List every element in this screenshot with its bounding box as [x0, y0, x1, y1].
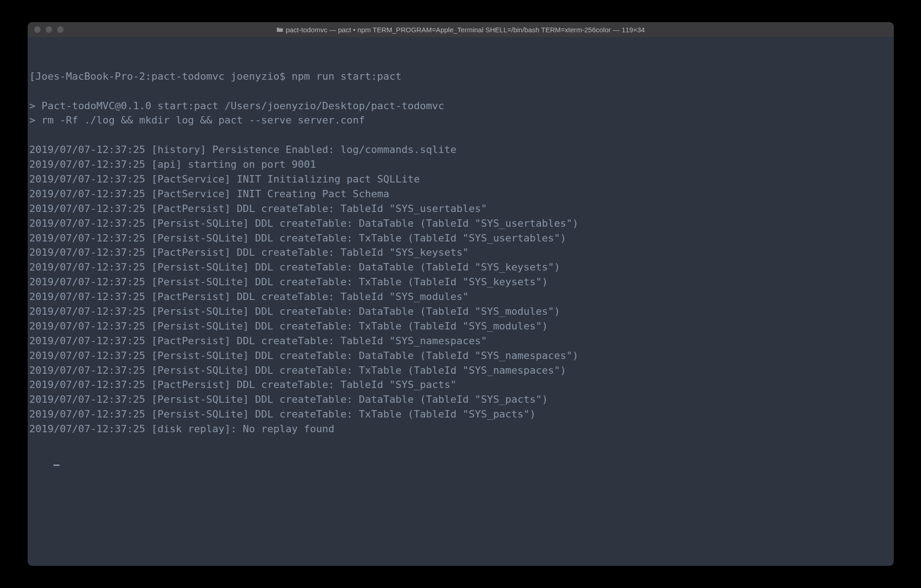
terminal-line: 2019/07/07-12:37:25 [Persist-SQLite] DDL… — [29, 392, 892, 407]
folder-icon — [276, 27, 283, 32]
terminal-line: 2019/07/07-12:37:25 [PactService] INIT C… — [29, 187, 892, 201]
close-button[interactable] — [34, 26, 41, 33]
maximize-button[interactable] — [57, 26, 64, 33]
terminal-line: > rm -Rf ./log && mkdir log && pact --se… — [29, 113, 892, 128]
terminal-line: 2019/07/07-12:37:25 [disk replay]: No re… — [29, 422, 892, 436]
terminal-line: 2019/07/07-12:37:25 [api] starting on po… — [29, 157, 892, 172]
window-title: pact-todomvc — pact • npm TERM_PROGRAM=A… — [276, 26, 645, 34]
terminal-line: 2019/07/07-12:37:25 [Persist-SQLite] DDL… — [29, 260, 892, 275]
minimize-button[interactable] — [46, 26, 52, 33]
terminal-line — [29, 84, 892, 99]
terminal-line: 2019/07/07-12:37:25 [Persist-SQLite] DDL… — [29, 363, 892, 378]
terminal-line: 2019/07/07-12:37:25 [PactPersist] DDL cr… — [29, 289, 892, 304]
terminal-line: 2019/07/07-12:37:25 [PactPersist] DDL cr… — [29, 377, 892, 392]
window-title-text: pact-todomvc — pact • npm TERM_PROGRAM=A… — [286, 26, 645, 34]
terminal-line: 2019/07/07-12:37:25 [Persist-SQLite] DDL… — [29, 231, 892, 246]
traffic-lights — [34, 26, 64, 33]
terminal-line: 2019/07/07-12:37:25 [PactPersist] DDL cr… — [29, 245, 892, 260]
terminal-line: 2019/07/07-12:37:25 [Persist-SQLite] DDL… — [29, 348, 892, 363]
terminal-line: 2019/07/07-12:37:25 [PactPersist] DDL cr… — [29, 201, 892, 216]
terminal-line: [Joes-MacBook-Pro-2:pact-todomvc joenyzi… — [29, 69, 892, 84]
terminal-line — [29, 128, 892, 142]
terminal-line: > Pact-todoMVC@0.1.0 start:pact /Users/j… — [29, 99, 892, 113]
terminal-output: [Joes-MacBook-Pro-2:pact-todomvc joenyzi… — [29, 69, 892, 436]
terminal-line: 2019/07/07-12:37:25 [PactService] INIT I… — [29, 172, 892, 187]
terminal-line: 2019/07/07-12:37:25 [Persist-SQLite] DDL… — [29, 319, 892, 334]
terminal-line: 2019/07/07-12:37:25 [PactPersist] DDL cr… — [29, 334, 892, 348]
terminal-line: 2019/07/07-12:37:25 [Persist-SQLite] DDL… — [29, 304, 892, 319]
terminal-line: 2019/07/07-12:37:25 [history] Persistenc… — [29, 142, 892, 157]
terminal-line: 2019/07/07-12:37:25 [Persist-SQLite] DDL… — [29, 216, 892, 231]
cursor — [53, 465, 59, 466]
terminal-line: 2019/07/07-12:37:25 [Persist-SQLite] DDL… — [29, 275, 892, 289]
terminal-window: pact-todomvc — pact • npm TERM_PROGRAM=A… — [28, 22, 894, 566]
terminal-body[interactable]: [Joes-MacBook-Pro-2:pact-todomvc joenyzi… — [28, 37, 894, 566]
terminal-line: 2019/07/07-12:37:25 [Persist-SQLite] DDL… — [29, 407, 892, 422]
title-bar: pact-todomvc — pact • npm TERM_PROGRAM=A… — [28, 22, 894, 37]
